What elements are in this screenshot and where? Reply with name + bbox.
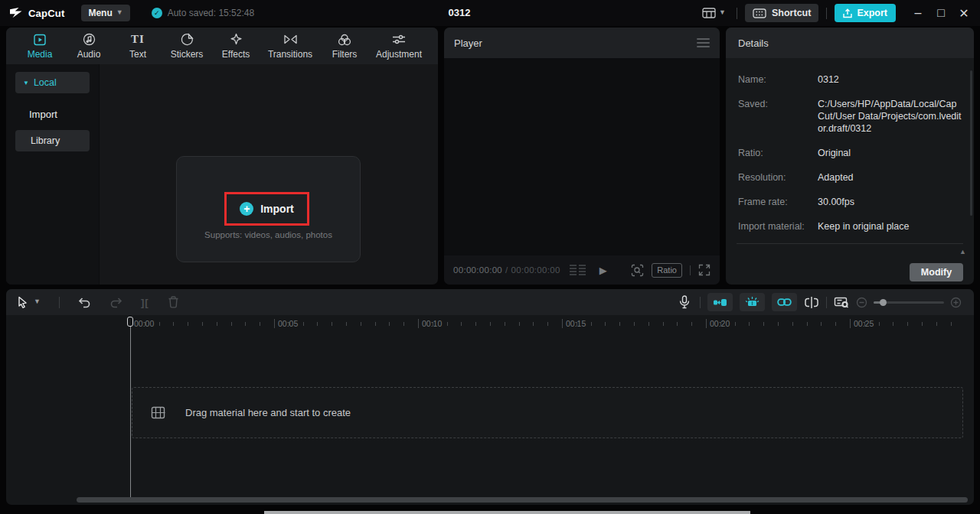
- auto-link-toggle[interactable]: [772, 293, 797, 311]
- ruler-tick: [231, 322, 232, 326]
- timecode-separator: /: [505, 265, 508, 275]
- shortcut-button[interactable]: Shortcut: [745, 4, 818, 22]
- zoom-slider-handle[interactable]: [880, 299, 887, 306]
- main-track-magnet-toggle[interactable]: [740, 293, 765, 311]
- preview-quality-icon[interactable]: [631, 264, 644, 277]
- tab-label: Transitions: [268, 49, 312, 60]
- zoom-in-icon[interactable]: [950, 297, 962, 308]
- track-dropzone[interactable]: Drag material here and start to create: [132, 387, 963, 438]
- details-panel: Details Name: 0312 Saved: C:/Users/HP/Ap…: [726, 28, 974, 285]
- close-button[interactable]: ✕: [952, 2, 975, 24]
- import-dropzone-card[interactable]: + Import Supports: videos, audios, photo…: [176, 156, 361, 262]
- tab-effects[interactable]: Effects: [211, 33, 260, 60]
- details-scrollbar[interactable]: [970, 70, 972, 216]
- modify-button[interactable]: Modify: [910, 263, 963, 281]
- tab-adjustment[interactable]: Adjustment: [369, 33, 429, 60]
- redo-button[interactable]: [109, 297, 122, 308]
- detail-row-ratio: Ratio: Original: [738, 147, 963, 159]
- tab-stickers[interactable]: Stickers: [162, 33, 211, 60]
- detail-label: Resolution:: [738, 171, 818, 184]
- ruler-tick: [159, 322, 160, 326]
- adjustment-icon: [392, 33, 406, 47]
- ruler-tick: [778, 322, 779, 326]
- detail-row-resolution: Resolution: Adapted: [738, 171, 963, 184]
- player-panel: Player 00:00:00:00/00:00:00:00 ▶ Ratio: [444, 28, 720, 285]
- ratio-button[interactable]: Ratio: [652, 263, 682, 278]
- auto-ripple-toggle[interactable]: [707, 293, 733, 311]
- detail-value: 0312: [818, 73, 839, 86]
- export-label: Export: [857, 8, 887, 18]
- menu-button[interactable]: Menu ▼: [81, 5, 129, 21]
- chevron-down-icon[interactable]: ▼: [34, 298, 41, 305]
- fullscreen-icon[interactable]: [698, 264, 710, 276]
- filters-icon: [338, 33, 351, 47]
- ruler-tick: [850, 319, 851, 328]
- media-icon: [33, 33, 47, 47]
- zoom-out-icon[interactable]: [856, 297, 867, 308]
- ruler-tick: [217, 322, 217, 326]
- details-rows: Name: 0312 Saved: C:/Users/HP/AppData/Lo…: [726, 58, 974, 233]
- player-controls: 00:00:00:00/00:00:00:00 ▶ Ratio: [444, 255, 720, 285]
- split-button[interactable]: ][: [141, 297, 149, 308]
- ruler-tick: [332, 322, 332, 326]
- minimize-button[interactable]: –: [906, 2, 929, 24]
- undo-button[interactable]: [78, 297, 91, 308]
- layout-switch-button[interactable]: ▼: [699, 5, 729, 21]
- select-cursor-button[interactable]: [17, 296, 28, 309]
- timeline-horizontal-scrollbar[interactable]: [77, 497, 968, 503]
- ruler-tick: [346, 322, 347, 326]
- timeline-panel: ▼ ][: [6, 289, 974, 505]
- playhead-handle[interactable]: [127, 317, 133, 327]
- media-sidebar: ▼ Local Import Library: [6, 64, 100, 285]
- tab-media[interactable]: Media: [15, 33, 64, 60]
- import-button[interactable]: Import: [260, 203, 294, 215]
- record-voiceover-button[interactable]: [679, 295, 690, 309]
- ruler-tick: [303, 322, 304, 326]
- ruler-tick: [893, 322, 893, 326]
- sidebar-item-import[interactable]: Import: [29, 109, 57, 120]
- tab-audio[interactable]: Audio: [64, 33, 113, 60]
- effects-icon: [230, 33, 243, 47]
- annotation-highlight-box: + Import: [224, 192, 309, 226]
- ruler-tick: [547, 322, 548, 326]
- detail-row-name: Name: 0312: [738, 73, 963, 86]
- divider: [826, 297, 827, 308]
- transitions-icon: [283, 33, 298, 47]
- hamburger-menu-icon[interactable]: [697, 36, 710, 50]
- ruler-tick: [907, 322, 908, 326]
- plus-icon: +: [240, 202, 253, 216]
- adapt-timeline-button[interactable]: [834, 296, 849, 308]
- ruler-tick: [375, 322, 376, 326]
- sidebar-item-local[interactable]: ▼ Local: [15, 72, 90, 93]
- export-button[interactable]: Export: [835, 4, 896, 22]
- timeline-ruler[interactable]: 00:0000:0500:1000:1500:2000:25: [6, 315, 974, 332]
- media-body: ▼ Local Import Library + Import Supports…: [6, 64, 438, 285]
- frame-view-icon[interactable]: [570, 265, 586, 275]
- ruler-tick: [173, 322, 174, 326]
- ruler-tick: [792, 322, 793, 326]
- ruler-tick: [245, 322, 246, 326]
- ruler-tick: [835, 322, 836, 326]
- details-title: Details: [726, 28, 974, 58]
- sidebar-item-library[interactable]: Library: [15, 130, 90, 151]
- preview-axis-toggle[interactable]: [804, 297, 819, 308]
- tab-text[interactable]: TI Text: [113, 33, 162, 60]
- ruler-tick: [447, 322, 448, 326]
- delete-button[interactable]: [168, 296, 179, 308]
- autosave-text: Auto saved: 15:52:48: [168, 8, 254, 18]
- ruler-tick: [562, 319, 563, 328]
- tab-transitions[interactable]: Transitions: [260, 33, 320, 60]
- check-icon: ✓: [152, 8, 162, 18]
- tab-filters[interactable]: Filters: [320, 33, 369, 60]
- divider: [59, 297, 60, 308]
- dropzone-text: Drag material here and start to create: [185, 407, 351, 418]
- ruler-tick: [706, 319, 707, 328]
- ruler-tick: [505, 322, 505, 326]
- maximize-button[interactable]: □: [929, 2, 952, 24]
- project-title: 0312: [413, 7, 505, 18]
- ruler-tick: [577, 322, 577, 326]
- chevron-down-icon: ▼: [719, 8, 726, 16]
- play-button[interactable]: ▶: [599, 265, 607, 276]
- chevron-up-icon[interactable]: ▲: [959, 248, 966, 255]
- zoom-slider-track[interactable]: [874, 301, 944, 304]
